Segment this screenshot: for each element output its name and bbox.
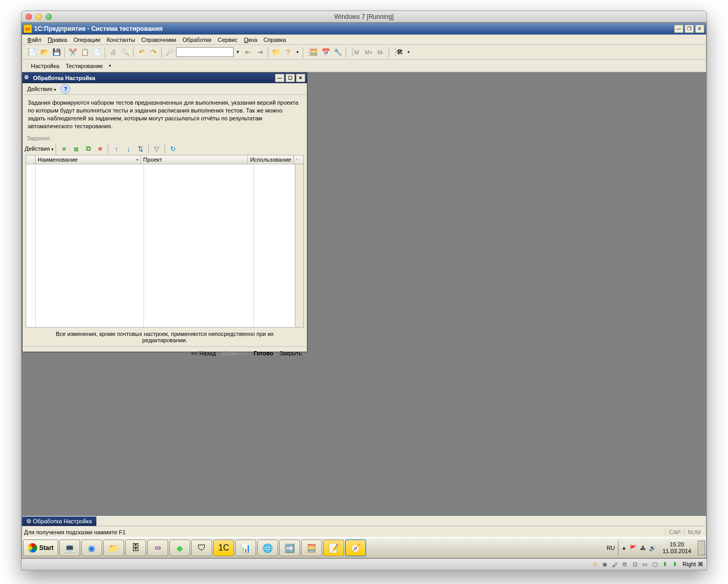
vm-mouse-icon[interactable]: ⬆: [660, 560, 669, 569]
find-next-icon[interactable]: ⇥: [254, 47, 266, 58]
preview-icon[interactable]: 🔍: [119, 47, 131, 58]
taskbar-app-compass[interactable]: 🧭: [345, 540, 366, 556]
vm-display-icon[interactable]: 🖵: [650, 560, 659, 569]
settings-button[interactable]: Настройка: [28, 62, 62, 70]
redo-icon[interactable]: ↷: [148, 47, 159, 58]
col-usage[interactable]: Использование: [248, 155, 294, 164]
menu-processing[interactable]: Обработки: [180, 36, 215, 44]
wrench-icon[interactable]: 🔧: [332, 47, 344, 58]
mac-minimize-button[interactable]: [36, 14, 42, 20]
delete-row-icon[interactable]: ≡: [94, 143, 106, 154]
help-icon[interactable]: ?: [282, 47, 294, 58]
child-maximize-button[interactable]: ☐: [285, 74, 295, 82]
back-button[interactable]: << Назад: [190, 349, 217, 357]
start-button[interactable]: Start: [23, 540, 58, 556]
vm-net-icon[interactable]: ⧉: [621, 560, 629, 569]
grid-scrollbar[interactable]: [295, 164, 303, 327]
vm-cd-icon[interactable]: ◉: [601, 560, 609, 569]
testing-button[interactable]: Тестирование: [63, 62, 105, 70]
add-row-icon[interactable]: ≡: [58, 143, 70, 154]
tray-flag-icon[interactable]: 🚩: [630, 545, 637, 552]
dropdown2-icon[interactable]: ▾: [294, 47, 301, 58]
taskbar-app-logout[interactable]: ➡️: [279, 540, 300, 556]
mac-zoom-button[interactable]: [46, 14, 52, 20]
help-round-icon[interactable]: ?: [61, 84, 70, 94]
taskbar-app-globe[interactable]: 🌐: [257, 540, 278, 556]
tray-clock[interactable]: 15:20 11.03.2014: [659, 541, 694, 555]
taskbar-app-folder[interactable]: 📁: [103, 540, 124, 556]
minimize-button[interactable]: —: [674, 25, 683, 33]
menu-operations[interactable]: Операции: [70, 36, 103, 44]
save-icon[interactable]: 💾: [51, 47, 62, 58]
menu-file[interactable]: Файл: [24, 36, 45, 44]
dropdown-icon[interactable]: ▼: [234, 47, 241, 58]
vm-disk-icon[interactable]: 🖉: [611, 560, 619, 569]
actions-menu[interactable]: Действия ▾: [25, 85, 59, 93]
search-input[interactable]: [176, 47, 234, 57]
taskbar-app-spartan[interactable]: 🛡: [191, 540, 212, 556]
menu-windows[interactable]: Окна: [240, 36, 260, 44]
m-plus-icon[interactable]: M+: [363, 47, 374, 58]
close-button[interactable]: Закрыть: [279, 349, 303, 357]
taskbar-app-1c[interactable]: 1C: [213, 540, 234, 556]
taskbar-app-qt[interactable]: ◆: [169, 540, 190, 556]
menu-catalogs[interactable]: Справочники: [138, 36, 180, 44]
vm-usb-icon[interactable]: ⊡: [631, 560, 639, 569]
move-up-icon[interactable]: ↑: [111, 143, 122, 154]
vm-keyboard-icon[interactable]: ⬇: [670, 560, 679, 569]
m-icon[interactable]: M: [351, 47, 362, 58]
tray-volume-icon[interactable]: 🔊: [649, 545, 656, 552]
find-icon[interactable]: 🔎: [164, 47, 175, 58]
menu-edit[interactable]: Правка: [45, 36, 70, 44]
copy-icon[interactable]: 📋: [79, 47, 91, 58]
child-titlebar[interactable]: ⚙ Обработка Настройка — ☐ ✕: [23, 73, 307, 83]
done-button[interactable]: Готово: [252, 349, 274, 357]
dropdown3-icon[interactable]: ▾: [406, 47, 411, 58]
menu-service[interactable]: Сервис: [215, 36, 241, 44]
paste-icon[interactable]: 📄: [91, 47, 103, 58]
app-titlebar[interactable]: 1C 1С:Предприятие - Система тестирования…: [22, 23, 706, 35]
taskbar-app-sql[interactable]: 🗄: [125, 540, 146, 556]
taskbar-app-explorer[interactable]: 💻: [59, 540, 80, 556]
app-close-button[interactable]: ✕: [695, 25, 704, 33]
col-name[interactable]: Наименование▾: [36, 155, 141, 164]
col-project[interactable]: Проект: [141, 155, 248, 164]
cut-icon[interactable]: ✂️: [67, 47, 79, 58]
restore-button[interactable]: ❐: [685, 25, 694, 33]
print-icon[interactable]: 🖨: [107, 47, 119, 58]
move-down-icon[interactable]: ↓: [123, 143, 134, 154]
sort-asc-icon[interactable]: ⇅: [135, 143, 146, 154]
copy-row-icon[interactable]: ⧉: [82, 143, 94, 154]
taskbar-app-chrome[interactable]: ◉: [81, 540, 102, 556]
tray-expand-icon[interactable]: ▲: [622, 545, 626, 551]
grid-body[interactable]: [26, 164, 304, 328]
vm-shared-icon[interactable]: ▭: [641, 560, 649, 569]
taskbar-app-calc[interactable]: 🧮: [301, 540, 322, 556]
child-close-button[interactable]: ✕: [296, 74, 305, 82]
menu-help[interactable]: Справка: [260, 36, 289, 44]
lang-indicator[interactable]: RU: [606, 545, 615, 551]
child-minimize-button[interactable]: —: [275, 74, 284, 82]
filter-icon[interactable]: ▽: [151, 143, 162, 154]
grid-actions-menu[interactable]: Действия ▾: [25, 145, 53, 152]
mac-close-button[interactable]: [26, 14, 32, 20]
more-dropdown-icon[interactable]: ▾: [106, 62, 114, 69]
taskbar-app-notes[interactable]: 📝: [323, 540, 344, 556]
find-prev-icon[interactable]: ⇤: [242, 47, 253, 58]
undo-icon[interactable]: ↶: [136, 47, 147, 58]
mdi-tab-settings[interactable]: ⚙Обработка Настройка: [22, 516, 96, 526]
menu-constants[interactable]: Константы: [104, 36, 138, 44]
vm-hd-icon[interactable]: ⊙: [591, 560, 599, 569]
tools-icon[interactable]: 🛠: [394, 47, 405, 58]
insert-row-icon[interactable]: ≣: [70, 143, 82, 154]
show-desktop-button[interactable]: [698, 541, 705, 555]
grid-icon-col[interactable]: [26, 155, 36, 164]
folder-icon[interactable]: 📁: [270, 47, 282, 58]
new-icon[interactable]: 📄: [27, 47, 38, 58]
taskbar-app-chart[interactable]: 📊: [235, 540, 256, 556]
open-icon[interactable]: 📂: [39, 47, 50, 58]
calc-icon[interactable]: 🧮: [308, 47, 319, 58]
refresh-icon[interactable]: ↻: [167, 143, 179, 154]
taskbar-app-visualstudio[interactable]: ∞: [147, 540, 168, 556]
m-minus-icon[interactable]: M-: [375, 47, 387, 58]
